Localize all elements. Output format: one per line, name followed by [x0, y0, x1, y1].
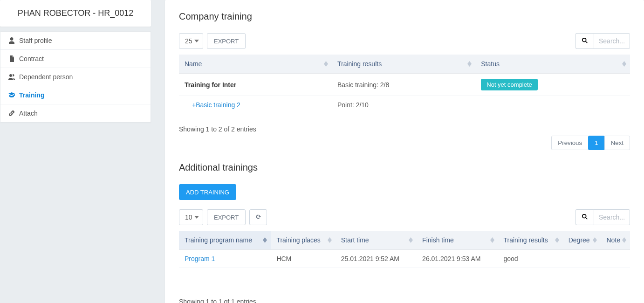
additional-trainings-title: Additional trainings	[179, 162, 630, 173]
company-search-input[interactable]	[594, 33, 630, 49]
grad-icon	[8, 91, 15, 99]
additional-export-button[interactable]: EXPORT	[207, 209, 246, 225]
company-export-button[interactable]: EXPORT	[207, 33, 246, 49]
sidebar-item-staff-profile[interactable]: Staff profile	[0, 32, 151, 50]
company-pagination: Previous 1 Next	[179, 136, 630, 150]
sidebar-item-label: Dependent person	[19, 73, 73, 81]
table-row: +Basic training 2Point: 2/10	[179, 96, 630, 114]
sidebar-item-dependent-person[interactable]: Dependent person	[0, 68, 151, 86]
company-page-1[interactable]: 1	[588, 136, 604, 150]
user-icon	[8, 37, 15, 44]
additional-col-note[interactable]: Note	[601, 231, 630, 250]
additional-col-training-places[interactable]: Training places	[271, 231, 335, 250]
sidebar-item-label: Training	[19, 91, 44, 99]
company-col-training-results[interactable]: Training results	[332, 55, 475, 74]
company-entries-info: Showing 1 to 2 of 2 entries	[179, 125, 256, 133]
add-training-button[interactable]: ADD TRAINING	[179, 184, 236, 200]
program-link[interactable]: Program 1	[185, 255, 215, 262]
table-row: Program 1HCM25.01.2021 9:52 AM26.01.2021…	[179, 250, 630, 268]
refresh-icon	[255, 214, 261, 221]
additional-refresh-button[interactable]	[249, 209, 267, 225]
additional-search-button[interactable]	[575, 209, 594, 225]
additional-col-finish-time[interactable]: Finish time	[417, 231, 498, 250]
additional-search-input[interactable]	[594, 209, 630, 225]
company-search-button[interactable]	[575, 33, 594, 49]
link-icon	[8, 110, 15, 117]
sidebar-title: PHAN ROBECTOR - HR_0012	[0, 0, 151, 27]
sidebar-item-attach[interactable]: Attach	[0, 104, 151, 122]
users-icon	[8, 73, 15, 81]
additional-col-training-results[interactable]: Training results	[498, 231, 563, 250]
sidebar-nav: Staff profileContractDependent personTra…	[0, 31, 151, 123]
additional-col-start-time[interactable]: Start time	[336, 231, 417, 250]
sidebar-item-label: Staff profile	[19, 37, 52, 44]
sidebar-item-label: Contract	[19, 55, 44, 62]
company-pagesize-select[interactable]: 25	[179, 33, 203, 49]
search-icon	[582, 213, 588, 221]
status-badge: Not yet complete	[481, 79, 538, 90]
company-next-button[interactable]: Next	[604, 136, 630, 150]
training-link[interactable]: +Basic training 2	[192, 101, 240, 109]
sidebar-item-training[interactable]: Training	[0, 86, 151, 104]
sidebar-item-contract[interactable]: Contract	[0, 50, 151, 68]
table-row: Training for InterBasic training: 2/8Not…	[179, 74, 630, 96]
company-training-title: Company training	[179, 11, 630, 22]
search-icon	[582, 37, 588, 45]
company-col-status[interactable]: Status	[475, 55, 630, 74]
additional-pagesize-select[interactable]: 10	[179, 209, 203, 225]
company-col-name[interactable]: Name	[179, 55, 332, 74]
file-icon	[8, 55, 15, 62]
additional-col-training-program-name[interactable]: Training program name	[179, 231, 271, 250]
additional-entries-info: Showing 1 to 1 of 1 entries	[179, 298, 256, 303]
sidebar-item-label: Attach	[19, 110, 38, 117]
company-prev-button[interactable]: Previous	[551, 136, 589, 150]
additional-col-degree[interactable]: Degree	[563, 231, 601, 250]
company-training-table: Name Training results Status Training fo…	[179, 55, 630, 114]
additional-trainings-table: Training program name Training places St…	[179, 231, 630, 268]
